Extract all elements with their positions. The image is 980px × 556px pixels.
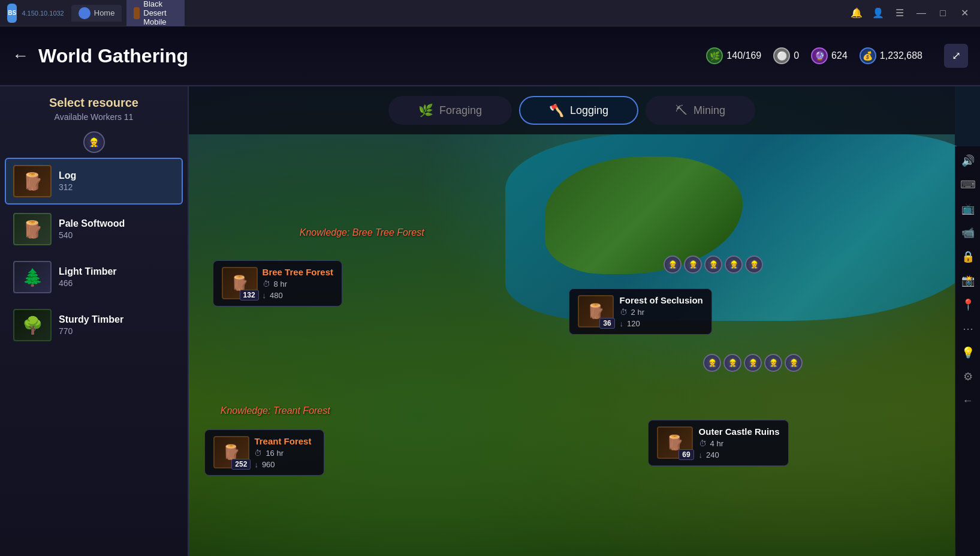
treant-yield-stat: ↓ 960 — [254, 460, 311, 469]
exit-button[interactable]: ⤢ — [944, 44, 968, 68]
location-outer-castle-ruins[interactable]: 🪵 69 Outer Castle Ruins ⏱ 4 hr ↓ 240 — [648, 420, 789, 466]
game-header: ← World Gathering 🌿 140/169 ⚪ 0 🔮 624 💰 … — [0, 26, 980, 86]
sidebar-keyboard-icon[interactable]: ⌨ — [958, 175, 978, 194]
log-count: 312 — [59, 182, 76, 192]
resource-item-light-timber[interactable]: 🌲 Light Timber 466 — [5, 254, 183, 300]
ruins-yield-stat: ↓ 240 — [699, 450, 780, 459]
game-tab-label: Black Desert Mobile — [143, 0, 177, 26]
bree-time-stat: ⏱ 8 hr — [263, 279, 333, 288]
sidebar-settings-icon[interactable]: ⚙ — [958, 367, 978, 386]
maximize-icon[interactable]: □ — [937, 7, 949, 19]
location-treant-forest[interactable]: 🪵 252 Treant Forest ⏱ 16 hr ↓ 960 — [204, 429, 324, 476]
game-tab-header[interactable]: Black Desert Mobile — [126, 0, 185, 29]
log-name: Log — [59, 170, 76, 181]
resource-item-pale-softwood[interactable]: 🪵 Pale Softwood 540 — [5, 206, 183, 253]
menu-icon[interactable]: ☰ — [894, 7, 906, 19]
logging-icon: 🪓 — [549, 103, 564, 118]
game-tab-icon — [134, 7, 140, 19]
treant-header: 🪵 252 Treant Forest ⏱ 16 hr ↓ 960 — [213, 436, 315, 469]
minimize-icon[interactable]: — — [915, 7, 927, 19]
worker-avatar-2: 👷 — [684, 256, 702, 274]
ruins-thumb: 🪵 69 — [657, 426, 693, 459]
bree-card-header: 🪵 132 Bree Tree Forest ⏱ 8 hr ↓ 480 — [222, 267, 333, 300]
gems-value: 624 — [831, 50, 848, 61]
ruins-yield-icon: ↓ — [699, 450, 703, 459]
knowledge-treant-label: Knowledge: Treant Forest — [221, 405, 330, 416]
location-bree-tree-forest[interactable]: 🪵 132 Bree Tree Forest ⏱ 8 hr ↓ 480 — [213, 260, 342, 306]
seclusion-time-stat: ⏱ 2 hr — [620, 308, 703, 317]
ruins-details: Outer Castle Ruins ⏱ 4 hr ↓ 240 — [699, 426, 780, 459]
mining-icon: ⛏ — [676, 104, 687, 118]
pale-softwood-info: Pale Softwood 540 — [59, 218, 125, 240]
sidebar-sound-icon[interactable]: 🔊 — [958, 151, 978, 170]
seclusion-header: 🪵 36 Forest of Seclusion ⏱ 2 hr ↓ 120 — [578, 295, 703, 328]
sidebar-video-icon[interactable]: 📹 — [958, 223, 978, 242]
tab-logging[interactable]: 🪓 Logging — [519, 96, 638, 125]
sturdy-timber-count: 770 — [59, 326, 123, 336]
bree-yield: 480 — [270, 291, 283, 300]
sidebar-more-icon[interactable]: ⋯ — [958, 319, 978, 338]
treant-clock-icon: ⏱ — [254, 449, 262, 458]
bree-title: Bree Tree Forest — [263, 267, 333, 277]
worker-avatar-3: 👷 — [704, 256, 722, 274]
tab-mining[interactable]: ⛏ Mining — [646, 96, 755, 125]
mining-label: Mining — [693, 104, 725, 117]
bree-time: 8 hr — [274, 279, 287, 288]
bree-yield-stat: ↓ 480 — [263, 291, 333, 300]
account-icon[interactable]: 👤 — [872, 7, 884, 19]
worker-avatar-5: 👷 — [745, 256, 763, 274]
gems-stat: 🔮 624 — [811, 47, 848, 64]
gems-icon: 🔮 — [811, 47, 828, 64]
light-timber-thumb: 🌲 — [13, 261, 52, 293]
light-timber-name: Light Timber — [59, 266, 117, 277]
treant-yield: 960 — [262, 460, 275, 469]
treant-yield-icon: ↓ — [254, 460, 258, 469]
seclusion-title: Forest of Seclusion — [620, 295, 703, 305]
gold-value: 1,232,688 — [880, 50, 922, 61]
resource-item-log[interactable]: 🪵 Log 312 — [5, 158, 183, 205]
bree-count-badge: 132 — [240, 290, 259, 300]
ruins-clock-icon: ⏱ — [699, 439, 707, 448]
tab-foraging[interactable]: 🌿 Foraging — [388, 96, 512, 125]
seclusion-thumb: 🪵 36 — [578, 295, 614, 327]
treant-time-stat: ⏱ 16 hr — [254, 449, 311, 458]
page-title: World Gathering — [38, 45, 188, 67]
ruins-title: Outer Castle Ruins — [699, 426, 780, 437]
pale-softwood-count: 540 — [59, 230, 125, 240]
sidebar-location-icon[interactable]: 📍 — [958, 295, 978, 314]
ruins-worker-avatar-2: 👷 — [723, 354, 741, 372]
seclusion-clock-icon: ⏱ — [620, 308, 628, 317]
close-icon[interactable]: ✕ — [958, 7, 970, 19]
bree-clock-icon: ⏱ — [263, 279, 270, 288]
seclusion-details: Forest of Seclusion ⏱ 2 hr ↓ 120 — [620, 295, 703, 328]
sidebar-lock-icon[interactable]: 🔒 — [958, 247, 978, 266]
ruins-time: 4 hr — [710, 439, 723, 448]
left-panel: Select resource Available Workers 11 👷 🪵… — [0, 86, 189, 556]
pale-softwood-thumb: 🪵 — [13, 213, 52, 245]
panel-title: Select resource — [0, 96, 188, 110]
home-tab[interactable]: Home — [71, 5, 122, 22]
resource-item-sturdy-timber[interactable]: 🌳 Sturdy Timber 770 — [5, 302, 183, 348]
bree-worker-avatars: 👷 👷 👷 👷 👷 — [664, 256, 763, 274]
logging-label: Logging — [570, 104, 608, 117]
sidebar-display-icon[interactable]: 📺 — [958, 199, 978, 218]
bree-details: Bree Tree Forest ⏱ 8 hr ↓ 480 — [263, 267, 333, 300]
log-thumb: 🪵 — [13, 165, 52, 197]
worker-icon-row: 👷 — [0, 131, 188, 153]
back-button[interactable]: ← — [12, 46, 29, 65]
home-tab-label: Home — [94, 8, 115, 17]
app-version: 4.150.10.1032 — [22, 10, 64, 17]
sidebar-light-icon[interactable]: 💡 — [958, 343, 978, 362]
sidebar-back-icon[interactable]: ← — [958, 391, 978, 410]
orbs-stat: ⚪ 0 — [773, 47, 799, 64]
gold-stat: 💰 1,232,688 — [860, 47, 922, 64]
workers-icon: 🌿 — [706, 47, 723, 64]
location-forest-seclusion[interactable]: 🪵 36 Forest of Seclusion ⏱ 2 hr ↓ 120 — [569, 288, 712, 335]
game-container: ← World Gathering 🌿 140/169 ⚪ 0 🔮 624 💰 … — [0, 26, 980, 556]
notification-icon[interactable]: 🔔 — [851, 7, 863, 19]
bree-thumb: 🪵 132 — [222, 267, 258, 299]
sidebar-camera-icon[interactable]: 📸 — [958, 271, 978, 290]
foraging-icon: 🌿 — [418, 103, 433, 118]
ruins-header: 🪵 69 Outer Castle Ruins ⏱ 4 hr ↓ 240 — [657, 426, 780, 459]
worker-avatar-4: 👷 — [725, 256, 743, 274]
